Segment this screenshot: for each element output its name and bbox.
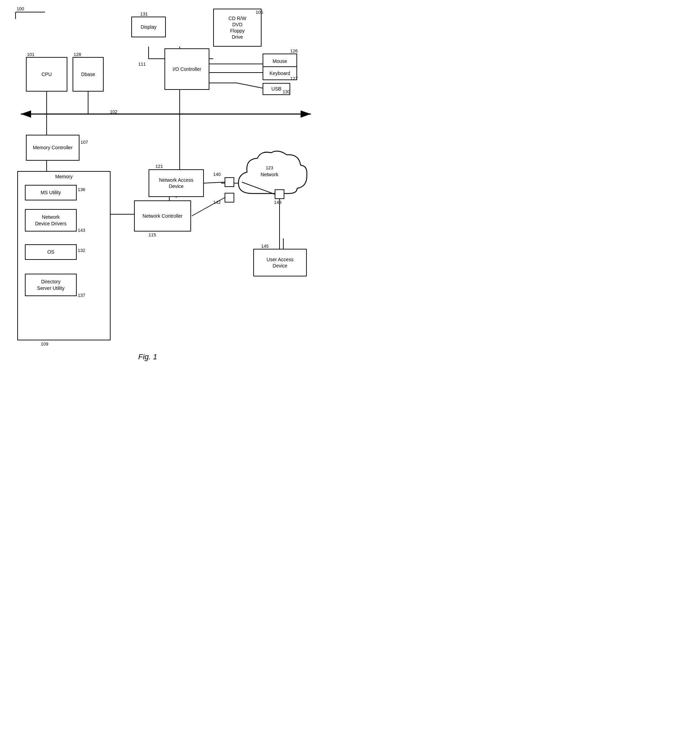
ref-140: 140 (213, 172, 221, 177)
bus-label: 102 (110, 109, 117, 114)
network-device-drivers-label: Network Device Drivers (35, 214, 66, 226)
cpu-box: CPU (26, 57, 67, 91)
svg-text:Network: Network (260, 172, 278, 177)
node-148 (275, 189, 284, 199)
os-label: OS (47, 249, 54, 255)
ref-115: 115 (148, 232, 156, 237)
ref-111: 111 (138, 61, 146, 67)
memory-controller-box: Memory Controller (26, 135, 79, 161)
network-controller-box: Network Controller (134, 200, 191, 232)
ref-101: 101 (27, 52, 34, 57)
ref-143: 143 (78, 228, 85, 233)
svg-line-28 (204, 182, 224, 183)
ref-128: 128 (73, 52, 81, 57)
memory-outer-box: Memory MS Utility 136 Network Device Dri… (17, 171, 111, 340)
diagram: 100 CPU 101 Dbase 128 I/O Controller 111… (0, 0, 350, 372)
ms-utility-label: MS Utility (40, 189, 61, 196)
ref-130: 130 (283, 89, 290, 94)
memory-controller-label: Memory Controller (33, 144, 73, 151)
directory-server-label: Directory Server Utility (37, 278, 64, 291)
usb-label: USB (272, 86, 281, 92)
svg-line-17 (237, 83, 263, 88)
ref-142: 142 (213, 200, 221, 205)
network-device-drivers-box: Network Device Drivers (25, 209, 77, 232)
network-access-device-box: Network Access Device (148, 169, 204, 197)
directory-server-box: Directory Server Utility (25, 274, 77, 296)
memory-label: Memory (18, 174, 110, 180)
network-controller-label: Network Controller (143, 213, 183, 219)
ref-145: 145 (261, 244, 269, 249)
ref-132: 132 (78, 248, 85, 253)
ref-127: 127 (290, 76, 298, 81)
io-controller-box: I/O Controller (165, 48, 209, 90)
node-140 (224, 177, 234, 187)
network-cloud: Network 123 (232, 148, 308, 204)
node-142 (224, 193, 234, 202)
dbase-label: Dbase (81, 71, 95, 78)
dbase-box: Dbase (73, 57, 104, 91)
ref-137: 137 (78, 293, 85, 298)
user-access-device-box: User Access Device (253, 249, 307, 277)
ref-121: 121 (156, 164, 163, 169)
io-controller-label: I/O Controller (172, 66, 201, 72)
display-box: Display (131, 16, 166, 37)
user-access-device-label: User Access Device (267, 256, 294, 269)
os-box: OS (25, 244, 77, 260)
ref-131: 131 (140, 11, 148, 16)
ms-utility-box: MS Utility (25, 185, 77, 200)
cd-drive-label: CD R/W DVD Floppy Drive (228, 15, 246, 40)
ref-109: 109 (41, 341, 48, 347)
ref-105: 105 (256, 10, 263, 15)
ref-148: 148 (274, 200, 281, 205)
figure-label: Fig. 1 (138, 353, 157, 361)
ref-126: 126 (290, 48, 298, 54)
cd-drive-box: CD R/W DVD Floppy Drive (213, 9, 262, 46)
display-label: Display (141, 24, 157, 30)
ref-107: 107 (81, 140, 88, 145)
mouse-label: Mouse (272, 58, 287, 64)
network-access-device-label: Network Access Device (159, 177, 193, 189)
keyboard-label: Keyboard (269, 70, 290, 76)
svg-text:123: 123 (266, 165, 273, 171)
label-100: 100 (16, 6, 24, 11)
cpu-label: CPU (42, 71, 52, 78)
ref-136: 136 (78, 187, 85, 192)
